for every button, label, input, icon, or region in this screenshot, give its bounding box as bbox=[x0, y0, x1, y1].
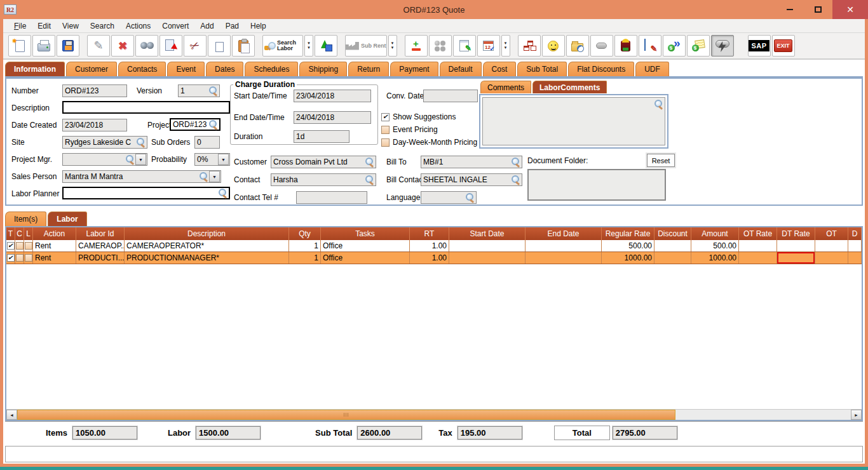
row1-qty[interactable]: 1 bbox=[289, 240, 321, 252]
row1-c-cell[interactable] bbox=[15, 240, 24, 252]
comments-textarea[interactable] bbox=[482, 97, 665, 145]
site-lookup-icon[interactable] bbox=[136, 138, 145, 147]
paste-button[interactable] bbox=[232, 35, 255, 57]
duration-field[interactable]: 1d bbox=[294, 130, 349, 143]
project-mgr-lookup-icon[interactable] bbox=[125, 155, 134, 164]
row2-discount[interactable] bbox=[654, 252, 691, 264]
row1-l-checkbox[interactable] bbox=[25, 242, 32, 250]
exit-button[interactable]: EXIT bbox=[772, 35, 795, 57]
tab-flat-discounts[interactable]: Flat Discounts bbox=[568, 62, 634, 76]
project-lookup-icon[interactable] bbox=[208, 120, 217, 129]
dollar-notes-button[interactable]: $ bbox=[687, 35, 710, 57]
add-remove-button[interactable]: + bbox=[405, 35, 428, 57]
tab-dates[interactable]: Dates bbox=[206, 62, 243, 76]
sub-rent-button[interactable]: Sub Rent bbox=[345, 35, 387, 57]
maximize-button[interactable] bbox=[804, 0, 832, 19]
sales-person-lookup-icon[interactable] bbox=[199, 172, 208, 181]
cut-button[interactable]: ✂ bbox=[184, 35, 207, 57]
project-field[interactable]: ORD#123 bbox=[170, 118, 220, 131]
row2-d[interactable] bbox=[848, 252, 862, 264]
menu-pad[interactable]: Pad bbox=[220, 20, 245, 32]
row1-l-cell[interactable] bbox=[24, 240, 33, 252]
row2-start-date[interactable] bbox=[449, 252, 526, 264]
row2-qty[interactable]: 1 bbox=[289, 252, 321, 264]
row1-start-date[interactable] bbox=[449, 240, 526, 252]
row2-ot[interactable] bbox=[815, 252, 848, 264]
menu-add[interactable]: Add bbox=[194, 20, 219, 32]
conv-date-field[interactable] bbox=[423, 90, 478, 102]
tab-labor[interactable]: Labor bbox=[48, 211, 86, 226]
scrollbar-track[interactable] bbox=[17, 410, 851, 420]
col-dt-rate[interactable]: DT Rate bbox=[777, 227, 815, 240]
contact-tel-field[interactable] bbox=[296, 191, 367, 204]
row2-action[interactable]: Rent bbox=[33, 252, 76, 264]
find-button[interactable] bbox=[135, 35, 158, 57]
language-lookup-icon[interactable] bbox=[465, 193, 474, 202]
row2-ot-rate[interactable] bbox=[739, 252, 777, 264]
labor-planner-field[interactable] bbox=[62, 187, 230, 199]
sub-rent-dropdown[interactable]: ▼▼ bbox=[388, 35, 397, 57]
row2-rt[interactable]: 1.00 bbox=[410, 252, 449, 264]
date-created-field[interactable]: 23/04/2018 bbox=[62, 119, 127, 131]
tab-contacts[interactable]: Contacts bbox=[118, 62, 166, 76]
row2-labor-id[interactable]: PRODUCTI... bbox=[76, 252, 125, 264]
menu-actions[interactable]: Actions bbox=[120, 20, 156, 32]
col-start-date[interactable]: Start Date bbox=[449, 227, 526, 240]
project-mgr-dropdown[interactable]: ▼ bbox=[135, 154, 146, 165]
labor-worker-button[interactable] bbox=[614, 35, 637, 57]
close-button[interactable]: ✕ bbox=[832, 0, 868, 19]
tab-sub-total[interactable]: Sub Total bbox=[517, 62, 567, 76]
row2-c-cell[interactable] bbox=[15, 252, 24, 264]
menu-convert[interactable]: Convert bbox=[156, 20, 194, 32]
labor-total-field[interactable]: 1500.00 bbox=[196, 426, 261, 440]
col-tasks[interactable]: Tasks bbox=[321, 227, 410, 240]
copy-button[interactable] bbox=[208, 35, 231, 57]
row2-l-cell[interactable] bbox=[24, 252, 33, 264]
edit-button[interactable]: ✎ bbox=[87, 35, 110, 57]
row1-labor-id[interactable]: CAMERAOP... bbox=[76, 240, 125, 252]
col-discount[interactable]: Discount bbox=[654, 227, 691, 240]
col-action[interactable]: Action bbox=[33, 227, 76, 240]
row2-regular-rate[interactable]: 1000.00 bbox=[602, 252, 654, 264]
language-field[interactable] bbox=[421, 191, 477, 204]
tab-return[interactable]: Return bbox=[348, 62, 389, 76]
menu-file[interactable]: File bbox=[8, 20, 32, 32]
tab-information[interactable]: Information bbox=[5, 62, 65, 76]
scroll-right-button[interactable]: ► bbox=[851, 410, 862, 420]
tab-labor-comments[interactable]: LaborComments bbox=[532, 81, 607, 93]
show-suggestions-checkbox[interactable] bbox=[381, 113, 390, 121]
grid-row-1[interactable]: Rent CAMERAOP... CAMERAOPERATOR* 1 Offic… bbox=[6, 240, 862, 252]
contact-field[interactable]: Harsha bbox=[271, 173, 376, 186]
tab-items[interactable]: Item(s) bbox=[5, 211, 46, 226]
menu-search[interactable]: Search bbox=[85, 20, 120, 32]
row2-dt-rate-active-cell[interactable] bbox=[777, 252, 815, 264]
tab-cost[interactable]: Cost bbox=[483, 62, 517, 76]
bill-contact-lookup-icon[interactable] bbox=[511, 175, 520, 184]
sales-person-dropdown[interactable]: ▼ bbox=[209, 171, 220, 182]
start-datetime-field[interactable]: 23/04/2018 bbox=[294, 90, 371, 102]
col-qty[interactable]: Qty bbox=[289, 227, 321, 240]
probability-dropdown[interactable]: ▼ bbox=[218, 154, 229, 165]
customer-field[interactable]: Cross Domain Pvt Ltd bbox=[271, 156, 376, 168]
col-ot-rate[interactable]: OT Rate bbox=[739, 227, 777, 240]
col-regular-rate[interactable]: Regular Rate bbox=[602, 227, 654, 240]
org-chart-button[interactable] bbox=[518, 35, 541, 57]
col-t[interactable]: T bbox=[6, 227, 15, 240]
row1-c-checkbox[interactable] bbox=[16, 242, 24, 250]
new-document-button[interactable]: ✷ bbox=[8, 35, 31, 57]
event-pricing-checkbox[interactable] bbox=[381, 126, 390, 134]
tab-shipping[interactable]: Shipping bbox=[299, 62, 347, 76]
row1-ot[interactable] bbox=[815, 240, 848, 252]
row1-end-date[interactable] bbox=[526, 240, 602, 252]
sap-button[interactable]: SAP bbox=[748, 35, 771, 57]
tab-comments[interactable]: Comments bbox=[480, 81, 531, 93]
col-description[interactable]: Description bbox=[125, 227, 289, 240]
quick-action-button[interactable] bbox=[711, 35, 734, 57]
convert-shapes-button[interactable] bbox=[315, 35, 337, 57]
version-lookup-icon[interactable] bbox=[208, 86, 217, 95]
contact-lookup-icon[interactable] bbox=[365, 175, 374, 184]
col-l[interactable]: L bbox=[24, 227, 33, 240]
end-datetime-field[interactable]: 24/04/2018 bbox=[294, 111, 371, 124]
row2-description[interactable]: PRODUCTIONMANAGER* bbox=[125, 252, 289, 264]
tab-customer[interactable]: Customer bbox=[66, 62, 117, 76]
